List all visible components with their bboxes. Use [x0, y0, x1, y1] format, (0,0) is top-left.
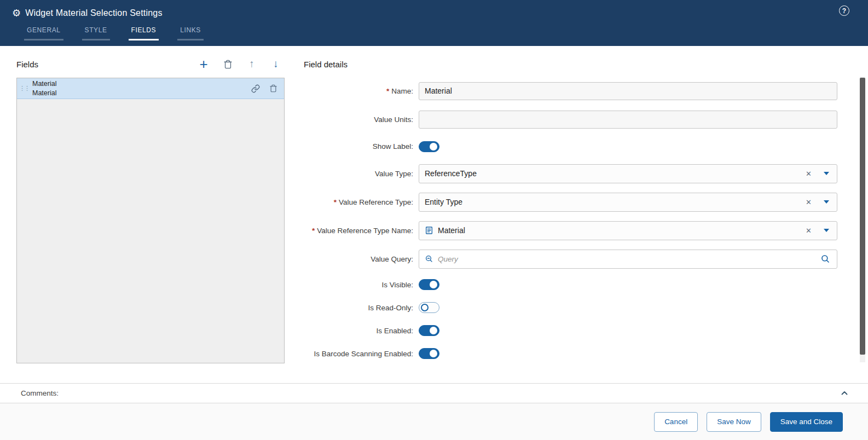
field-label: Is Visible:: [304, 281, 413, 289]
field-label: Value Units:: [304, 115, 413, 124]
form-row-is-read-only: Is Read-Only:: [304, 296, 837, 319]
field-details-panel: Field details *Name: Value Units:: [304, 55, 837, 383]
field-label: Is Barcode Scanning Enabled:: [304, 350, 413, 358]
delete-item-icon[interactable]: [269, 84, 277, 92]
widget-settings-window: ⚙ Widget Material Selection Settings ? G…: [0, 0, 868, 440]
form-row-value-units: Value Units:: [304, 105, 837, 134]
form-row-is-barcode-scanning-enabled: Is Barcode Scanning Enabled:: [304, 342, 837, 365]
chevron-down-icon[interactable]: [824, 229, 829, 232]
name-input[interactable]: [419, 82, 837, 100]
required-marker: *: [386, 87, 389, 95]
save-now-button[interactable]: Save Now: [707, 412, 761, 432]
vertical-scrollbar[interactable]: [860, 77, 865, 362]
add-field-button[interactable]: +: [198, 59, 209, 70]
field-label: Value Query:: [304, 255, 413, 263]
tab-links[interactable]: LINKS: [177, 26, 204, 40]
value-query-field: [419, 250, 837, 269]
entity-type-icon: [425, 226, 433, 235]
help-icon[interactable]: ?: [839, 5, 849, 16]
list-item[interactable]: ⋮⋮ Material Material: [17, 78, 284, 99]
chevron-down-icon[interactable]: [824, 200, 829, 204]
is-barcode-scanning-enabled-toggle[interactable]: [419, 348, 439, 359]
clear-icon[interactable]: ✕: [803, 225, 814, 236]
chevron-down-icon[interactable]: [824, 172, 829, 175]
required-marker: *: [334, 198, 337, 206]
drag-handle-icon[interactable]: ⋮⋮: [19, 85, 29, 91]
fields-panel-title: Fields: [16, 60, 38, 69]
form-row-show-label: Show Label:: [304, 134, 837, 159]
move-up-button[interactable]: ↑: [246, 59, 257, 70]
main-content: Fields + ↑ ↓ ⋮⋮ Material Material: [0, 46, 868, 383]
form-row-value-reference-type-name: *Value Reference Type Name: Material ✕: [304, 216, 837, 245]
field-label: Value Type:: [304, 170, 413, 178]
value-type-select[interactable]: ReferenceType ✕: [419, 164, 837, 183]
value-reference-type-select[interactable]: Entity Type ✕: [419, 193, 837, 212]
field-label: *Value Reference Type Name:: [304, 227, 413, 235]
field-label: Is Read-Only:: [304, 304, 413, 312]
move-down-button[interactable]: ↓: [270, 59, 281, 70]
value-query-input[interactable]: [438, 255, 816, 263]
form-row-value-query: Value Query:: [304, 245, 837, 273]
tab-style[interactable]: STYLE: [82, 26, 110, 40]
gear-icon: ⚙: [12, 8, 21, 18]
link-icon[interactable]: [251, 84, 260, 93]
delete-field-button[interactable]: [222, 59, 233, 70]
cancel-button[interactable]: Cancel: [654, 412, 698, 432]
field-details-title: Field details: [304, 55, 837, 73]
form-row-value-type: Value Type: ReferenceType ✕: [304, 159, 837, 188]
value-reference-type-name-select[interactable]: Material ✕: [419, 221, 837, 240]
is-visible-toggle[interactable]: [419, 279, 439, 290]
query-icon: [425, 254, 433, 263]
clear-icon[interactable]: ✕: [803, 169, 814, 179]
form-row-name: *Name:: [304, 77, 837, 105]
search-icon[interactable]: [820, 254, 830, 264]
value-units-input[interactable]: [419, 111, 837, 129]
form-row-is-enabled: Is Enabled:: [304, 319, 837, 342]
form-row-is-visible: Is Visible:: [304, 273, 837, 296]
form-row-value-reference-type: *Value Reference Type: Entity Type ✕: [304, 188, 837, 216]
tab-general[interactable]: GENERAL: [24, 26, 63, 40]
field-label: *Name:: [304, 87, 413, 95]
fields-panel: Fields + ↑ ↓ ⋮⋮ Material Material: [16, 55, 285, 383]
comments-label: Comments:: [21, 389, 59, 397]
chevron-up-icon[interactable]: [840, 389, 849, 398]
comments-bar[interactable]: Comments:: [0, 383, 868, 403]
header: ⚙ Widget Material Selection Settings ? G…: [0, 0, 868, 46]
tab-bar: GENERAL STYLE FIELDS LINKS: [0, 26, 868, 40]
is-enabled-toggle[interactable]: [419, 325, 439, 336]
scrollbar-thumb[interactable]: [860, 78, 865, 355]
list-item-label: Material Material: [32, 79, 56, 97]
required-marker: *: [312, 227, 315, 235]
show-label-toggle[interactable]: [419, 141, 439, 152]
save-and-close-button[interactable]: Save and Close: [770, 412, 843, 432]
footer: Cancel Save Now Save and Close: [0, 403, 868, 440]
field-label: *Value Reference Type:: [304, 198, 413, 206]
tab-fields[interactable]: FIELDS: [129, 26, 159, 40]
is-read-only-toggle[interactable]: [419, 302, 439, 313]
field-label: Is Enabled:: [304, 327, 413, 335]
fields-list: ⋮⋮ Material Material: [16, 78, 285, 363]
page-title: Widget Material Selection Settings: [25, 8, 162, 18]
fields-toolbar: + ↑ ↓: [198, 59, 285, 70]
field-label: Show Label:: [304, 142, 413, 150]
clear-icon[interactable]: ✕: [803, 197, 814, 207]
